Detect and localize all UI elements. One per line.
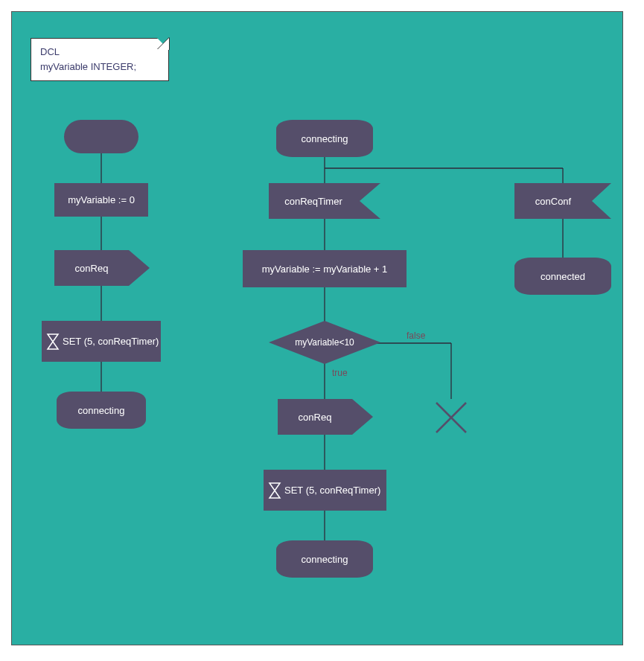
svg-marker-19 xyxy=(48,334,58,349)
note-line1: DCL xyxy=(40,46,60,57)
task-assign-left: myVariable := 0 xyxy=(54,183,148,217)
start-symbol xyxy=(64,120,138,153)
input-conconf-label: conConf xyxy=(535,196,572,207)
output-conreq-left: conReq xyxy=(54,250,151,286)
output-conreq-mid-label: conReq xyxy=(299,412,332,423)
decision-false-label: false xyxy=(407,330,425,341)
timer-set-mid: SET (5, conReqTimer) xyxy=(264,470,386,511)
output-conreq-left-label: conReq xyxy=(75,263,109,274)
decision-true-label: true xyxy=(332,368,348,378)
state-connecting-top-label: connecting xyxy=(302,133,348,144)
input-conreqtimer-label: conReqTimer xyxy=(284,196,342,207)
diagram-panel: DCL myVariable INTEGER; myVariable := 0 … xyxy=(11,11,623,645)
svg-line-16 xyxy=(436,403,466,432)
note-fold-icon xyxy=(157,38,169,50)
timer-set-mid-label: SET (5, conReqTimer) xyxy=(284,485,380,496)
state-connecting-bottom-label: connecting xyxy=(302,554,348,565)
note-line2: myVariable INTEGER; xyxy=(40,61,136,72)
state-connected: connected xyxy=(514,258,611,295)
input-conconf: conConf xyxy=(514,183,611,219)
task-increment: myVariable := myVariable + 1 xyxy=(243,250,407,287)
state-connecting-top: connecting xyxy=(276,120,373,157)
hourglass-icon xyxy=(46,333,60,351)
decision-label: myVariable<10 xyxy=(295,337,354,348)
state-connected-label: connected xyxy=(541,271,585,282)
task-assign-left-label: myVariable := 0 xyxy=(68,194,135,205)
state-connecting-left: connecting xyxy=(57,392,146,429)
timer-set-left: SET (5, conReqTimer) xyxy=(42,321,161,362)
state-connecting-bottom: connecting xyxy=(276,540,373,578)
timer-set-left-label: SET (5, conReqTimer) xyxy=(63,336,159,347)
decision-myvariable: myVariable<10 xyxy=(269,321,380,364)
svg-line-17 xyxy=(436,403,466,432)
state-connecting-left-label: connecting xyxy=(78,405,125,416)
task-increment-label: myVariable := myVariable + 1 xyxy=(262,264,388,275)
declaration-note: DCL myVariable INTEGER; xyxy=(31,38,169,81)
input-conreqtimer: conReqTimer xyxy=(269,183,380,219)
hourglass-icon xyxy=(268,482,281,499)
output-conreq-mid: conReq xyxy=(278,399,374,435)
canvas: DCL myVariable INTEGER; myVariable := 0 … xyxy=(0,0,644,661)
svg-marker-23 xyxy=(270,483,280,498)
